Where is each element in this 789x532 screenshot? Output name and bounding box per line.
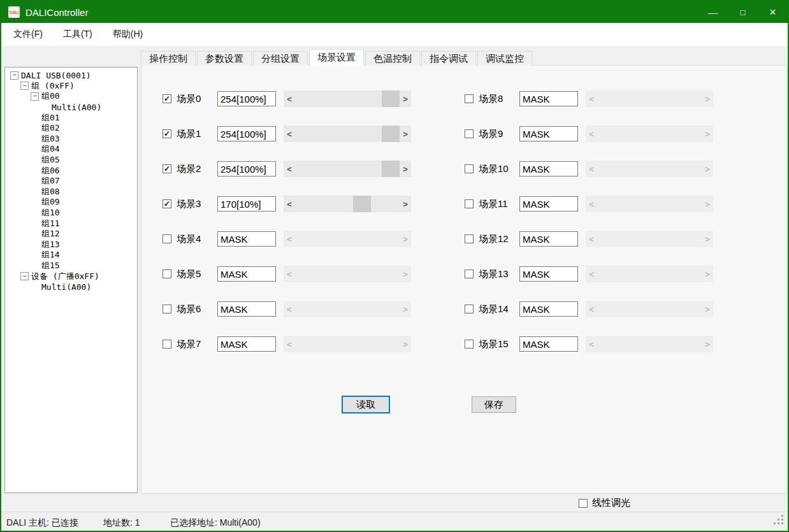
slider-thumb[interactable] xyxy=(382,126,400,142)
tree-item[interactable]: 组10 xyxy=(5,208,137,219)
scene-checkbox[interactable] xyxy=(465,94,474,103)
menu-item-file[interactable]: 文件(F) xyxy=(6,26,50,43)
tree-item-label: 组 (0xFF) xyxy=(31,80,75,92)
tree-item[interactable]: 组02 xyxy=(5,123,137,134)
scene-value-input[interactable] xyxy=(217,336,276,352)
slider-thumb[interactable] xyxy=(353,196,371,212)
scene-checkbox[interactable] xyxy=(465,305,474,313)
scene-value-input[interactable] xyxy=(519,91,578,106)
save-button[interactable]: 保存 xyxy=(472,396,516,413)
scene-value-input[interactable] xyxy=(519,126,578,141)
slider-thumb[interactable] xyxy=(382,90,400,107)
tree-expander-icon[interactable]: − xyxy=(20,82,29,90)
tab-command-debug[interactable]: 指令调试 xyxy=(421,51,476,66)
scene-value-input[interactable] xyxy=(217,126,276,141)
scene-checkbox[interactable] xyxy=(163,270,171,278)
tree-item[interactable]: −组00 xyxy=(5,91,137,102)
scroll-right-arrow-icon[interactable]: > xyxy=(400,126,411,142)
window-title: DALIController xyxy=(25,7,88,18)
scroll-left-arrow-icon[interactable]: < xyxy=(284,90,295,107)
tab-parameter-settings[interactable]: 参数设置 xyxy=(197,51,252,66)
scene-value-input[interactable] xyxy=(519,301,578,317)
scene-value-input[interactable] xyxy=(217,266,276,282)
device-tree[interactable]: −DALI USB(0001)−组 (0xFF)−组00Multi(A00)组0… xyxy=(4,67,138,493)
scene-checkbox[interactable]: ✓ xyxy=(163,164,171,173)
scroll-left-arrow-icon[interactable]: < xyxy=(284,196,295,212)
scene-value-input[interactable] xyxy=(519,161,578,176)
close-button[interactable]: × xyxy=(758,1,788,23)
scene-checkbox[interactable] xyxy=(465,199,474,208)
scene-label: 场景5 xyxy=(177,268,212,280)
maximize-button[interactable]: □ xyxy=(728,1,758,23)
scene-checkbox[interactable] xyxy=(163,340,171,349)
scroll-left-arrow-icon: < xyxy=(586,266,597,282)
tree-item[interactable]: −设备 (广播0xFF) xyxy=(5,271,137,282)
tree-item-label: 组12 xyxy=(41,228,60,240)
tab-scene-settings[interactable]: 场景设置 xyxy=(309,49,364,66)
scene-value-input[interactable] xyxy=(519,266,578,282)
minimize-button[interactable]: — xyxy=(698,1,728,23)
menu-item-tools[interactable]: 工具(T) xyxy=(56,26,99,43)
read-button[interactable]: 读取 xyxy=(342,396,390,413)
scene-slider[interactable]: <> xyxy=(284,196,411,212)
scroll-right-arrow-icon[interactable]: > xyxy=(400,161,411,177)
tree-item[interactable]: 组03 xyxy=(5,134,137,145)
tree-expander-icon[interactable]: − xyxy=(10,71,18,80)
tree-item[interactable]: −DALI USB(0001) xyxy=(5,70,137,81)
tree-item[interactable]: 组12 xyxy=(5,229,137,240)
tab-color-temperature-control[interactable]: 色温控制 xyxy=(365,51,420,66)
slider-thumb[interactable] xyxy=(382,161,400,177)
scroll-right-arrow-icon[interactable]: > xyxy=(400,196,411,212)
scene-value-input[interactable] xyxy=(217,91,276,106)
scene-slider[interactable]: <> xyxy=(284,90,411,107)
tree-item[interactable]: 组15 xyxy=(5,261,137,271)
tree-item[interactable]: 组14 xyxy=(5,250,137,261)
tab-grouping-settings[interactable]: 分组设置 xyxy=(253,51,308,66)
tab-operation-control[interactable]: 操作控制 xyxy=(141,51,196,66)
scene-checkbox[interactable] xyxy=(465,164,474,173)
scene-checkbox[interactable] xyxy=(465,340,474,349)
scene-row: 场景8<> xyxy=(465,90,713,107)
linear-dimming-checkbox[interactable] xyxy=(579,499,588,508)
scene-checkbox[interactable]: ✓ xyxy=(163,94,171,103)
scroll-right-arrow-icon[interactable]: > xyxy=(400,90,411,107)
resize-grip[interactable] xyxy=(781,522,783,524)
tree-expander-icon[interactable]: − xyxy=(20,272,29,280)
tree-item[interactable]: 组01 xyxy=(5,112,137,123)
scene-value-input[interactable] xyxy=(217,161,276,176)
tree-item[interactable]: 组05 xyxy=(5,155,137,166)
scene-value-input[interactable] xyxy=(519,231,578,247)
scene-value-input[interactable] xyxy=(217,196,276,212)
scene-checkbox[interactable]: ✓ xyxy=(163,129,171,138)
scene-checkbox[interactable] xyxy=(465,234,474,243)
app-window: DALI DALIController — □ × 文件(F)工具(T)帮助(H… xyxy=(0,0,789,532)
scroll-left-arrow-icon[interactable]: < xyxy=(284,161,295,177)
scene-checkbox[interactable] xyxy=(465,270,474,278)
tree-item[interactable]: −组 (0xFF) xyxy=(5,81,137,92)
scene-slider[interactable]: <> xyxy=(284,126,411,142)
menu-item-help[interactable]: 帮助(H) xyxy=(106,26,150,43)
scene-value-input[interactable] xyxy=(217,301,276,317)
tree-item[interactable]: 组11 xyxy=(5,218,137,229)
scene-value-input[interactable] xyxy=(519,196,578,212)
scene-checkbox[interactable] xyxy=(163,234,171,243)
scroll-left-arrow-icon: < xyxy=(586,196,597,212)
scene-checkbox[interactable] xyxy=(465,129,474,138)
tree-item[interactable]: Multi(A00) xyxy=(5,282,137,292)
tree-expander-icon[interactable]: − xyxy=(31,92,39,101)
tree-item[interactable]: 组04 xyxy=(5,144,137,155)
tree-item[interactable]: 组09 xyxy=(5,197,137,208)
scene-slider[interactable]: <> xyxy=(284,161,411,177)
scene-value-input[interactable] xyxy=(519,336,578,352)
tab-debug-monitor[interactable]: 调试监控 xyxy=(477,51,532,66)
scene-checkbox[interactable]: ✓ xyxy=(163,199,171,208)
scroll-left-arrow-icon[interactable]: < xyxy=(284,126,295,142)
scene-value-input[interactable] xyxy=(217,231,276,247)
scroll-right-arrow-icon: > xyxy=(702,196,713,212)
tree-item[interactable]: 组06 xyxy=(5,165,137,176)
tree-item[interactable]: 组08 xyxy=(5,187,137,198)
tree-item[interactable]: 组13 xyxy=(5,240,137,250)
tree-item[interactable]: 组07 xyxy=(5,176,137,187)
tree-item[interactable]: Multi(A00) xyxy=(5,102,137,113)
scene-checkbox[interactable] xyxy=(163,305,171,313)
